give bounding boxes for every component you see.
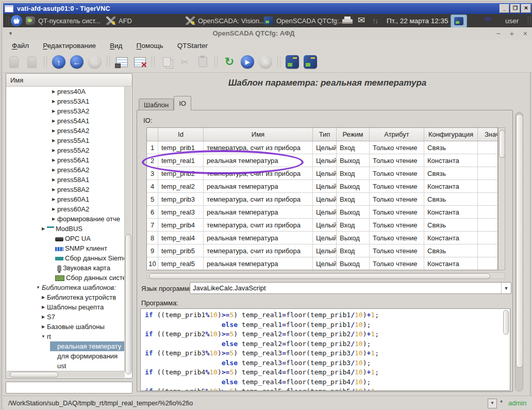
table-cell[interactable]: 7 bbox=[147, 219, 158, 231]
table-cell[interactable]: temp_real4 bbox=[158, 232, 204, 244]
table-cell[interactable]: Вход bbox=[337, 193, 370, 205]
table-cell[interactable] bbox=[478, 154, 498, 167]
table-cell[interactable]: temp_real3 bbox=[158, 206, 204, 218]
us-flag-icon[interactable] bbox=[484, 17, 485, 26]
status-dropdown-button[interactable]: ▼ bbox=[488, 399, 497, 408]
chevron-collapsed-icon[interactable]: ▶ bbox=[50, 207, 57, 211]
tree-item-6[interactable]: ▶press55A2 bbox=[7, 145, 125, 155]
chevron-collapsed-icon[interactable]: ▶ bbox=[50, 99, 57, 104]
chevron-collapsed-icon[interactable]: ▶ bbox=[50, 177, 57, 182]
tree-item-4[interactable]: ▶press54A2 bbox=[7, 126, 125, 136]
tray-active-app[interactable] bbox=[451, 14, 467, 28]
table-cell[interactable]: Целый bbox=[313, 193, 337, 205]
menu-item-1[interactable]: Редактирование bbox=[43, 42, 96, 50]
table-cell[interactable]: temp_prib5 bbox=[158, 244, 204, 257]
tree-vscroll-thumb[interactable] bbox=[125, 234, 131, 374]
tree-item-14[interactable]: ▶ModBUS bbox=[7, 224, 125, 234]
add-item-button[interactable] bbox=[114, 54, 129, 70]
table-cell[interactable] bbox=[478, 244, 498, 257]
tree-item-15[interactable]: OPC UA bbox=[7, 234, 125, 243]
tree-filter-input[interactable] bbox=[6, 382, 132, 393]
chevron-collapsed-icon[interactable]: ▶ bbox=[50, 168, 57, 172]
table-cell[interactable]: Целый bbox=[313, 232, 337, 244]
tree-item-13[interactable]: ▶формирование отче bbox=[7, 214, 125, 224]
chevron-collapsed-icon[interactable]: ▶ bbox=[50, 187, 57, 192]
start-button[interactable]: ▶ bbox=[240, 54, 255, 70]
table-cell[interactable]: Константа bbox=[424, 180, 478, 192]
tree-item-7[interactable]: ▶press56A1 bbox=[7, 155, 125, 165]
table-cell[interactable] bbox=[478, 167, 498, 179]
tree-item-18[interactable]: Звуковая карта bbox=[7, 263, 125, 273]
table-cell[interactable]: реальная температура bbox=[204, 180, 313, 192]
window-maximize-button[interactable]: + bbox=[505, 28, 519, 39]
table-cell[interactable]: temp_prib4 bbox=[158, 219, 204, 231]
table-cell[interactable]: Связь bbox=[424, 141, 478, 154]
chevron-collapsed-icon[interactable]: ▶ bbox=[50, 109, 57, 113]
tree-header[interactable]: Имя bbox=[6, 74, 132, 87]
table-cell[interactable] bbox=[478, 141, 498, 154]
tree-item-23[interactable]: ▶S7 bbox=[7, 312, 125, 322]
table-cell[interactable]: Константа bbox=[424, 154, 478, 167]
taskbar-app-2[interactable]: OpenSCADA: Vision... bbox=[186, 14, 265, 27]
editor-vscrollbar[interactable] bbox=[503, 310, 509, 389]
table-cell[interactable]: temp_real2 bbox=[158, 180, 204, 192]
refresh-button[interactable]: ↻ bbox=[222, 54, 237, 70]
chevron-collapsed-icon[interactable]: ▶ bbox=[50, 119, 57, 123]
window-menu-icon[interactable]: ▼ bbox=[8, 31, 15, 36]
chevron-expanded-icon[interactable]: ▼ bbox=[35, 285, 42, 290]
table-cell[interactable]: Только чтение bbox=[370, 167, 424, 179]
table-cell[interactable]: Только чтение bbox=[370, 219, 424, 231]
chevron-collapsed-icon[interactable]: ▶ bbox=[50, 138, 57, 143]
table-header-cell[interactable]: Режим bbox=[337, 128, 370, 141]
table-cell[interactable]: Константа bbox=[424, 257, 478, 270]
menu-item-0[interactable]: Файл bbox=[12, 42, 29, 50]
table-cell[interactable]: Только чтение bbox=[370, 180, 424, 192]
table-cell[interactable]: 8 bbox=[147, 232, 158, 244]
tree-vscrollbar[interactable] bbox=[124, 87, 131, 371]
chevron-down-icon[interactable]: ▼ bbox=[502, 286, 511, 291]
table-header-cell[interactable]: Id bbox=[158, 128, 204, 141]
clock[interactable]: Пт., 22 марта 12:35 bbox=[387, 14, 448, 27]
table-cell[interactable]: Связь bbox=[424, 244, 478, 257]
table-cell[interactable]: temp_prib3 bbox=[158, 193, 204, 205]
table-cell[interactable]: Только чтение bbox=[370, 154, 424, 167]
app-titlebar[interactable]: ▼ OpenSCADA QTCfg: АФД − + × bbox=[3, 27, 532, 40]
table-hscroll-thumb[interactable] bbox=[149, 273, 490, 279]
table-cell[interactable]: Вход bbox=[337, 141, 370, 154]
table-cell[interactable]: 10 bbox=[147, 257, 158, 270]
tree-hscroll-thumb[interactable] bbox=[10, 372, 58, 378]
table-cell[interactable]: реальная температура bbox=[204, 257, 313, 270]
tab-шаблон[interactable]: Шаблон bbox=[139, 99, 174, 110]
table-cell[interactable]: Целый bbox=[313, 244, 337, 257]
table-cell[interactable]: Константа bbox=[424, 232, 478, 244]
table-cell[interactable]: Выход bbox=[337, 180, 370, 192]
table-cell[interactable] bbox=[478, 180, 498, 192]
table-cell[interactable] bbox=[478, 206, 498, 218]
table-hscrollbar[interactable] bbox=[146, 272, 505, 279]
menu-item-4[interactable]: QTStarter bbox=[177, 42, 208, 50]
tree-item-28[interactable]: ust bbox=[7, 361, 125, 371]
menu-item-3[interactable]: Помощь bbox=[137, 42, 163, 50]
tree-item-27[interactable]: для формирования bbox=[7, 351, 125, 361]
table-cell[interactable]: Целый bbox=[313, 180, 337, 192]
table-header-cell[interactable]: Конфигурация bbox=[424, 128, 478, 141]
taskbar-handle-right[interactable] bbox=[528, 17, 531, 25]
table-cell[interactable]: температура, счит из прибора bbox=[204, 193, 313, 205]
tree-item-12[interactable]: ▶press60A2 bbox=[7, 204, 125, 214]
chevron-collapsed-icon[interactable]: ▶ bbox=[50, 128, 57, 133]
chevron-collapsed-icon[interactable]: ▶ bbox=[40, 295, 47, 300]
table-cell[interactable] bbox=[478, 232, 498, 244]
tree-item-19[interactable]: Сбор данных систем bbox=[7, 273, 125, 283]
table-cell[interactable]: Выход bbox=[337, 206, 370, 218]
table-header-cell[interactable]: Значен bbox=[478, 128, 498, 141]
vnc-close-button[interactable]: ✕ bbox=[521, 4, 531, 13]
print-applet[interactable] bbox=[342, 14, 353, 27]
tree-item-21[interactable]: ▶Библиотека устройств bbox=[7, 292, 125, 302]
vnc-maximize-button[interactable]: ❐ bbox=[510, 4, 520, 13]
tree-item-3[interactable]: ▶press54A1 bbox=[7, 116, 125, 126]
session-user[interactable]: user bbox=[505, 14, 519, 27]
table-cell[interactable]: Только чтение bbox=[370, 232, 424, 244]
network-applet[interactable]: ↑↓ bbox=[372, 14, 377, 27]
language-select[interactable]: JavaLikeCalc.JavaScript ▼ bbox=[190, 282, 511, 294]
vnc-titlebar[interactable]: vati-afd-asutp01:0 - TigerVNC _ ❐ ✕ bbox=[3, 3, 532, 14]
